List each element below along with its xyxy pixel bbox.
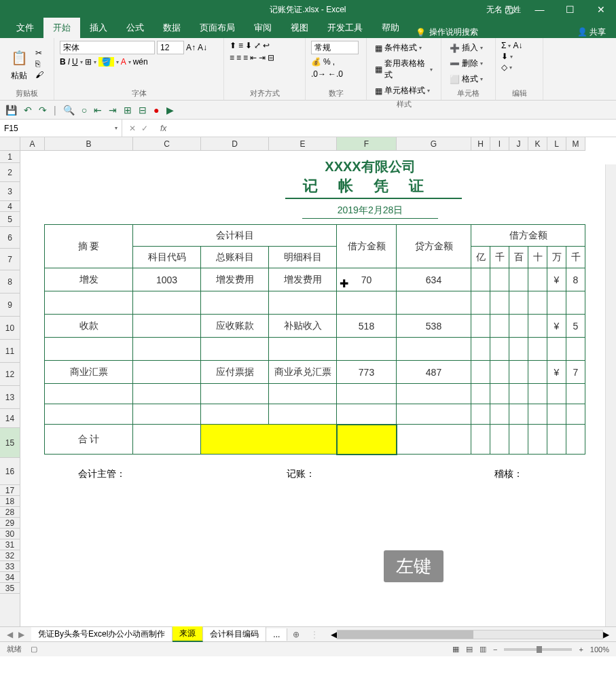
t-shi[interactable] [528,425,547,455]
increase-decimal-icon[interactable]: .0→ [311,69,326,79]
cell-digit-2[interactable] [509,291,528,315]
insert-cells-button[interactable]: ➕插入▾ [447,41,490,55]
formula-input[interactable] [172,123,616,133]
zoom-slider[interactable] [504,648,572,651]
cell-digit-3[interactable] [528,361,547,384]
number-format-select[interactable] [311,41,359,54]
col-header-K[interactable]: K [528,137,547,150]
qa-btn-4[interactable]: ⇥ [109,105,117,115]
col-header-I[interactable]: I [490,137,509,150]
cell-summary[interactable] [45,384,133,404]
cell-digit-5[interactable] [566,404,585,425]
cell-code[interactable] [133,361,201,384]
row-header-9[interactable]: 9 [0,293,20,317]
enter-formula-icon[interactable]: ✓ [141,124,148,133]
zoom-level[interactable]: 100% [590,645,609,654]
cell-debit[interactable] [337,338,397,361]
row-header-12[interactable]: 12 [0,363,20,386]
sheet-tab-more[interactable]: ... [266,628,287,641]
cell-debit[interactable]: 518 [337,315,397,338]
cell-summary[interactable]: 增发 [45,268,133,291]
cell-detail[interactable]: 增发费用 [269,268,337,291]
cell-digit-1[interactable] [490,291,509,315]
col-header-L[interactable]: L [547,137,566,150]
align-left-icon[interactable]: ≡ [230,53,234,63]
row-header-4[interactable]: 4 [0,201,20,212]
cell-summary[interactable] [45,338,133,361]
qa-btn-1[interactable]: 🔍 [63,105,75,115]
cell-credit[interactable] [397,291,471,315]
col-header-G[interactable]: G [397,137,471,150]
col-header-D[interactable]: D [201,137,269,150]
total-subject[interactable] [201,425,337,455]
total-debit-selected[interactable] [337,425,397,455]
cell-digit-2[interactable] [509,338,528,361]
col-header-M[interactable]: M [566,137,585,150]
cell-general[interactable]: 应付票据 [201,361,269,384]
share-button[interactable]: 👤 共享 [577,26,606,38]
currency-icon[interactable]: 💰 [311,57,321,67]
cell-digit-3[interactable] [528,404,547,425]
conditional-format-button[interactable]: ▦条件格式▾ [372,41,435,55]
cell-code[interactable] [133,338,201,361]
phonetic-button[interactable]: wén [133,57,148,67]
sort-filter-icon[interactable]: A↓ [513,41,522,50]
cell-credit[interactable] [397,404,471,425]
tab-data[interactable]: 数据 [153,18,190,38]
sheet-next-icon[interactable]: ▶ [18,630,24,639]
cell-summary[interactable] [45,291,133,315]
tell-me-search[interactable]: 💡 操作说明搜索 [416,26,478,38]
row-header-14[interactable]: 14 [0,409,20,428]
font-size-select[interactable] [157,41,184,54]
name-box-input[interactable] [4,124,115,133]
cell-summary[interactable] [45,404,133,425]
row-header-8[interactable]: 8 [0,270,20,293]
qa-btn-8[interactable]: ▶ [166,105,174,115]
total-code[interactable] [133,425,201,455]
row-header-33[interactable]: 33 [0,561,20,572]
cell-digit-5[interactable]: 8 [566,268,585,291]
cell-general[interactable] [201,384,269,404]
cell-digit-0[interactable] [471,291,490,315]
col-header-F[interactable]: F [337,137,397,150]
cell-digit-4[interactable]: ¥ [547,268,566,291]
qa-btn-6[interactable]: ⊟ [139,105,147,115]
scroll-right-icon[interactable]: ▶ [603,630,609,639]
cell-digit-5[interactable] [566,338,585,361]
chevron-down-icon[interactable]: ▾ [115,125,117,131]
zoom-in-icon[interactable]: + [579,645,583,654]
format-painter-icon[interactable]: 🖌 [35,70,43,79]
cell-code[interactable] [133,384,201,404]
scroll-left-icon[interactable]: ◀ [331,630,337,639]
cell-digit-0[interactable] [471,338,490,361]
horizontal-scrollbar[interactable]: ◀ ▶ [324,630,616,639]
row-header-31[interactable]: 31 [0,539,20,550]
qa-btn-7[interactable]: ● [153,105,159,115]
clear-icon[interactable]: ◇ [501,63,507,72]
tab-review[interactable]: 审阅 [244,18,281,38]
row-header-29[interactable]: 29 [0,518,20,529]
fill-color-button[interactable]: 🪣 [98,57,114,67]
cell-digit-1[interactable] [490,315,509,338]
tab-insert[interactable]: 插入 [80,18,117,38]
cell-digit-4[interactable]: ¥ [547,361,566,384]
macro-record-icon[interactable]: ▢ [31,645,37,653]
italic-button[interactable]: I [68,57,70,67]
cell-digit-2[interactable] [509,404,528,425]
cells-area[interactable]: XXXX有限公司 记帐凭证 2019年2月28日 摘 要 会计科目 借方金额 贷… [20,151,616,626]
t-qian2[interactable] [566,425,585,455]
tab-help[interactable]: 帮助 [372,18,409,38]
cell-digit-0[interactable] [471,384,490,404]
row-header-2[interactable]: 2 [0,163,20,182]
undo-icon[interactable]: ↶ [24,105,32,115]
cell-digit-5[interactable] [566,384,585,404]
percent-icon[interactable]: % [323,57,331,67]
cell-credit[interactable]: 634 [397,268,471,291]
row-header-6[interactable]: 6 [0,227,20,249]
cell-digit-3[interactable] [528,291,547,315]
align-right-icon[interactable]: ≡ [243,53,248,63]
border-button[interactable]: ⊞ [85,57,92,67]
row-header-7[interactable]: 7 [0,249,20,270]
cell-digit-3[interactable] [528,268,547,291]
cell-digit-2[interactable] [509,361,528,384]
